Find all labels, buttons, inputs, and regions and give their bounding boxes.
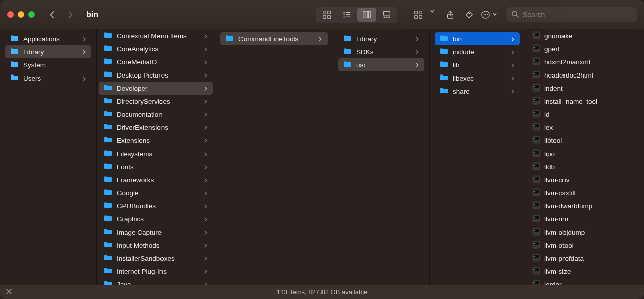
tags-button[interactable] <box>460 8 479 22</box>
list-item[interactable]: Image Capture <box>99 226 213 239</box>
list-item[interactable]: gperf <box>527 42 642 55</box>
list-item[interactable]: Fonts <box>99 160 213 173</box>
list-item[interactable]: headerdoc2html <box>527 68 642 82</box>
chevron-right-icon <box>204 215 208 223</box>
svg-point-6 <box>343 12 344 13</box>
close-window-button[interactable] <box>7 11 14 18</box>
search-field[interactable] <box>506 7 637 22</box>
list-item[interactable]: lib <box>435 58 520 71</box>
list-item[interactable]: bin <box>435 32 520 45</box>
list-item[interactable]: Google <box>99 186 213 199</box>
sidebar-item[interactable]: System <box>5 58 91 71</box>
list-item[interactable]: CoreMediaIO <box>99 55 213 68</box>
chevron-right-icon <box>204 137 208 144</box>
list-item[interactable]: llvm-cov <box>527 173 642 186</box>
chevron-right-icon <box>82 74 86 82</box>
back-button[interactable] <box>46 8 59 21</box>
item-label: llvm-objdump <box>544 229 637 236</box>
list-item[interactable]: DirectoryServices <box>99 95 213 108</box>
list-item[interactable]: llvm-objdump <box>527 226 642 239</box>
list-item[interactable]: Documentation <box>99 108 213 121</box>
svg-rect-18 <box>389 16 390 18</box>
svg-point-26 <box>484 14 485 15</box>
group-by-button[interactable] <box>408 7 436 23</box>
list-item[interactable]: DriverExtensions <box>99 121 213 134</box>
list-item[interactable]: llvm-profdata <box>527 252 642 265</box>
item-label: Desktop Pictures <box>117 71 200 79</box>
exec-icon <box>532 241 540 250</box>
list-item[interactable]: install_name_tool <box>527 95 642 108</box>
list-item[interactable]: lex <box>527 121 642 134</box>
list-item[interactable]: usr <box>338 58 424 71</box>
list-item[interactable]: libexec <box>435 71 520 85</box>
exec-icon <box>532 214 540 224</box>
item-label: libtool <box>544 137 637 144</box>
list-item[interactable]: CoreAnalytics <box>99 42 213 55</box>
share-button[interactable] <box>441 8 460 22</box>
list-item[interactable]: Developer <box>99 82 213 95</box>
list-item[interactable]: Frameworks <box>99 173 213 186</box>
svg-rect-22 <box>419 15 422 18</box>
search-input[interactable] <box>523 11 632 19</box>
svg-point-27 <box>485 14 486 15</box>
folder-icon <box>104 254 113 263</box>
item-label: Internet Plug-Ins <box>117 268 200 275</box>
list-item[interactable]: Extensions <box>99 134 213 147</box>
list-item[interactable]: llvm-otool <box>527 239 642 252</box>
item-label: llvm-otool <box>544 242 637 249</box>
list-item[interactable]: hdxml2manxml <box>527 55 642 68</box>
list-item[interactable]: Contextual Menu Items <box>99 29 213 42</box>
list-item[interactable]: Input Methods <box>99 239 213 252</box>
exec-icon <box>532 175 540 185</box>
list-item[interactable]: Filesystems <box>99 147 213 160</box>
sidebar-item[interactable]: Library <box>5 45 91 58</box>
forward-button[interactable] <box>64 8 77 21</box>
list-item[interactable]: Library <box>338 32 424 45</box>
traffic-lights <box>7 11 35 18</box>
gallery-view-button[interactable] <box>377 8 396 22</box>
list-view-button[interactable] <box>337 8 356 22</box>
list-item[interactable]: llvm-size <box>527 265 642 278</box>
item-label: Google <box>117 189 200 197</box>
list-item[interactable]: include <box>435 45 520 58</box>
item-label: Users <box>23 74 78 82</box>
fullscreen-window-button[interactable] <box>28 11 35 18</box>
list-item[interactable]: InstallerSandboxes <box>99 252 213 265</box>
list-item[interactable]: SDKs <box>338 45 424 58</box>
list-item[interactable]: llvm-dwarfdump <box>527 199 642 212</box>
list-item[interactable]: gnumake <box>527 29 642 42</box>
list-item[interactable]: GPUBundles <box>99 199 213 212</box>
actions-button[interactable] <box>479 8 499 22</box>
folder-icon <box>440 35 449 43</box>
list-item[interactable]: indent <box>527 82 642 95</box>
list-item[interactable]: ld <box>527 108 642 121</box>
list-item[interactable]: share <box>435 85 520 98</box>
sidebar-item[interactable]: Applications <box>5 32 91 45</box>
list-item[interactable]: lldb <box>527 160 642 173</box>
list-item[interactable]: lorder <box>527 278 642 285</box>
list-item[interactable]: Internet Plug-Ins <box>99 265 213 278</box>
list-item[interactable]: Java <box>99 278 213 285</box>
chevron-right-icon <box>204 45 208 53</box>
list-item[interactable]: CommandLineTools <box>220 32 328 45</box>
minimize-window-button[interactable] <box>18 11 24 18</box>
sidebar-item[interactable]: Users <box>5 71 91 85</box>
folder-icon <box>440 61 449 69</box>
list-item[interactable]: Desktop Pictures <box>99 68 213 82</box>
svg-rect-2 <box>323 11 326 13</box>
chevron-right-icon <box>204 163 208 171</box>
svg-rect-15 <box>384 11 390 15</box>
list-item[interactable]: libtool <box>527 134 642 147</box>
folder-icon <box>104 280 113 285</box>
icon-view-button[interactable] <box>317 8 336 22</box>
list-item[interactable]: llvm-nm <box>527 212 642 226</box>
item-label: lib <box>453 61 507 69</box>
list-item[interactable]: lipo <box>527 147 642 160</box>
column-view-button[interactable] <box>357 8 376 22</box>
status-bar: 113 items, 827.82 GB available <box>0 285 644 299</box>
list-item[interactable]: Graphics <box>99 212 213 226</box>
close-pathbar-button[interactable] <box>6 288 12 296</box>
list-item[interactable]: llvm-cxxfilt <box>527 186 642 199</box>
chevron-right-icon <box>511 61 515 69</box>
chevron-right-icon <box>82 48 86 56</box>
